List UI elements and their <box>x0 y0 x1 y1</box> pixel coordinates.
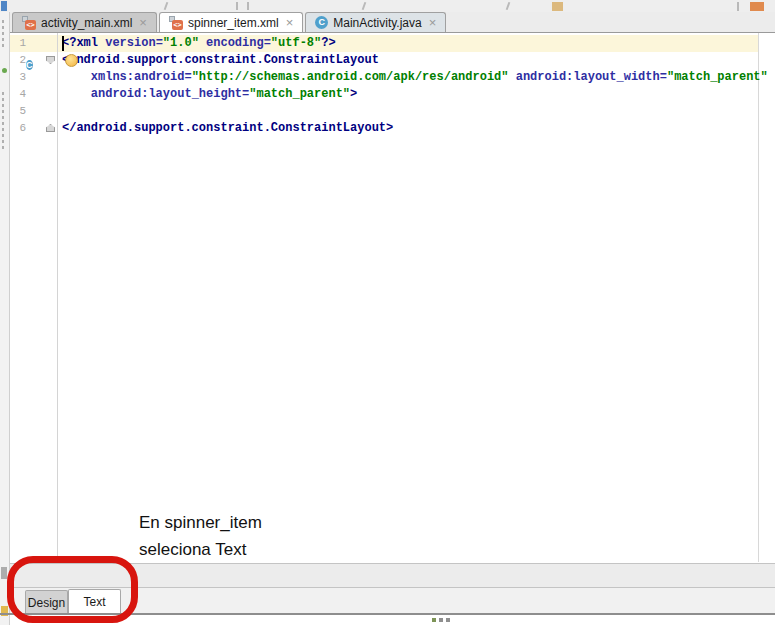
code-line-6[interactable]: 6 </android.support.constraint.Constrain… <box>10 120 758 137</box>
cropped-toolbar-icon <box>737 2 739 11</box>
cropped-toolbar-icon <box>1 1 7 11</box>
cropped-status-icon <box>439 618 443 622</box>
code-line-2[interactable]: 2 <android.support.constraint.Constraint… <box>10 52 758 69</box>
close-tab-icon[interactable]: × <box>429 16 437 29</box>
cropped-status-icon <box>432 618 436 622</box>
android-studio-window: <> activity_main.xml × <> spinner_item.x… <box>0 0 775 625</box>
lightbulb-intention-icon[interactable] <box>65 54 78 67</box>
line-number: 4 <box>10 86 26 103</box>
close-tab-icon[interactable]: × <box>286 16 294 29</box>
line-number: 6 <box>10 120 26 137</box>
java-class-icon: C <box>315 16 328 29</box>
code-line-5[interactable]: 5 <box>10 103 758 120</box>
annotation-line-1: En spinner_item <box>139 509 262 536</box>
close-tab-icon[interactable]: × <box>139 16 147 29</box>
cropped-tree-lines <box>2 20 4 50</box>
cropped-toolbar-icon <box>552 2 563 11</box>
line-number: 1 <box>10 35 26 52</box>
code-line-4[interactable]: 4 android:layout_height="match_parent"> <box>10 86 758 103</box>
tab-activity-main-xml[interactable]: <> activity_main.xml × <box>12 12 157 32</box>
tab-spinner-item-xml[interactable]: <> spinner_item.xml × <box>159 12 303 32</box>
annotation-text: En spinner_item seleciona Text <box>139 509 262 563</box>
cropped-left-panel-strip <box>0 12 10 625</box>
line-number: 3 <box>10 69 26 86</box>
tab-mainactivity-java[interactable]: C MainActivity.java × <box>305 12 446 32</box>
cropped-toolbar-icon <box>506 2 511 10</box>
cropped-toolbar-icon <box>236 2 249 10</box>
cropped-toolbar-icon <box>362 2 367 10</box>
cropped-status-icon <box>446 618 450 622</box>
tab-label: MainActivity.java <box>333 16 421 30</box>
cropped-toolbar-icon <box>164 2 169 10</box>
xml-layout-file-icon: <> <box>169 16 183 30</box>
cropped-toolbar-icon <box>750 2 764 11</box>
editor-tabbar: <> activity_main.xml × <> spinner_item.x… <box>0 12 775 33</box>
class-gutter-icon: C <box>26 54 33 72</box>
code-line-1[interactable]: 1 <?xml version="1.0" encoding="utf-8"?> <box>10 35 758 52</box>
cropped-panel-icon <box>1 567 7 579</box>
tab-label: spinner_item.xml <box>188 16 279 30</box>
code-lines[interactable]: 1 <?xml version="1.0" encoding="utf-8"?>… <box>10 35 758 137</box>
xml-layout-file-icon: <> <box>22 16 36 30</box>
tab-label: activity_main.xml <box>41 16 132 30</box>
cropped-tree-lines <box>2 92 4 152</box>
line-number: 2 <box>10 52 26 69</box>
right-margin-guide <box>758 33 759 562</box>
cropped-green-dot-icon <box>2 68 7 73</box>
code-line-3[interactable]: 3 xmlns:android="http://schemas.android.… <box>10 69 758 86</box>
annotation-line-2: seleciona Text <box>139 536 262 563</box>
text-cursor <box>62 36 64 51</box>
line-number: 5 <box>10 103 26 120</box>
red-circle-annotation <box>7 556 138 623</box>
